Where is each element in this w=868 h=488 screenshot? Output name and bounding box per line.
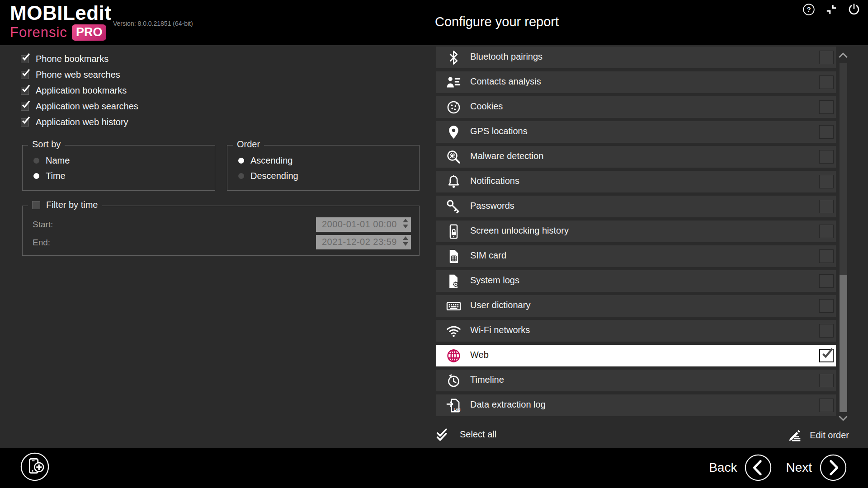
extraction-log-icon: Log [446,398,462,413]
report-row-checkbox-unchecked[interactable] [819,225,834,238]
end-spinner[interactable] [402,236,409,246]
next-button[interactable]: Next [786,454,847,482]
select-all-label: Select all [460,429,496,440]
report-row-label: Cookies [470,101,503,112]
report-row-checkbox-unchecked[interactable] [819,75,834,89]
next-arrow-icon [819,454,847,482]
report-row-checkbox-checked[interactable] [819,349,834,362]
back-button[interactable]: Back [709,454,772,482]
select-all-button[interactable]: Select all [435,427,496,442]
report-row-cookies[interactable]: Cookies [436,96,836,118]
checkbox-checked-icon[interactable] [21,55,29,63]
filter-by-time-group: Filter by time Start: 2000-01-01 00:00 E… [22,206,420,256]
report-row-bluetooth-pairings[interactable]: Bluetooth pairings [436,47,836,68]
malware-icon [446,149,462,165]
start-spinner[interactable] [402,219,409,228]
filter-by-time-label: Filter by time [46,200,98,210]
radio-label: Ascending [250,155,292,166]
globe-icon [446,348,462,364]
report-row-malware-detection[interactable]: Malware detection [436,146,836,168]
spin-up-icon[interactable] [403,236,408,240]
radio-label: Time [46,171,66,181]
report-row-checkbox-unchecked[interactable] [819,324,834,338]
next-label: Next [786,460,812,475]
help-icon[interactable]: ? [802,3,816,16]
start-datetime-input[interactable]: 2000-01-01 00:00 [316,217,411,232]
report-row-checkbox-unchecked[interactable] [819,374,834,387]
radio-label: Name [46,155,70,166]
report-row-screen-unlocking-history[interactable]: Screen unlocking history [436,221,836,242]
bottom-bar: Back Next [0,448,868,488]
scroll-up-icon[interactable] [838,52,848,59]
report-row-checkbox-unchecked[interactable] [819,274,834,288]
radio-name[interactable]: Name [33,154,215,167]
checkbox-checked-icon[interactable] [21,87,29,95]
bell-icon [446,174,462,190]
checkbox-item-phone-web-searches[interactable]: Phone web searches [21,67,138,83]
window-layout-icon[interactable] [825,3,838,16]
report-row-sim-card[interactable]: SIM card [436,245,836,267]
report-row-label: SIM card [470,250,506,261]
end-datetime-input[interactable]: 2021-12-02 23:59 [316,235,411,249]
radio-dot-unselected[interactable] [33,158,39,164]
edit-order-label: Edit order [810,430,849,441]
checkbox-checked-icon[interactable] [21,103,29,111]
checkbox-item-application-web-searches[interactable]: Application web searches [21,99,138,114]
spin-down-icon[interactable] [403,242,408,246]
system-logs-icon [446,273,462,289]
spin-up-icon[interactable] [403,219,408,222]
spin-down-icon[interactable] [403,225,408,228]
report-row-checkbox-unchecked[interactable] [819,299,834,313]
filter-by-time-checkbox[interactable] [32,201,40,209]
radio-dot-selected[interactable] [33,173,39,179]
report-row-notifications[interactable]: Notifications [436,171,836,192]
end-datetime-value: 2021-12-02 23:59 [322,237,397,247]
report-row-timeline[interactable]: Timeline [436,370,836,391]
report-row-checkbox-unchecked[interactable] [819,200,834,213]
radio-dot-unselected[interactable] [238,173,244,179]
checkbox-label: Phone web searches [36,70,120,80]
back-arrow-icon [744,454,772,482]
sort-by-group: Sort by NameTime [22,145,215,191]
report-row-web[interactable]: Web [436,345,836,366]
report-row-checkbox-unchecked[interactable] [819,150,834,164]
report-row-passwords[interactable]: Passwords [436,196,836,217]
report-row-data-extraction-log[interactable]: LogData extraction log [436,394,836,416]
svg-text:?: ? [807,5,811,13]
edit-order-button[interactable]: Edit order [788,427,849,443]
checkbox-item-application-web-history[interactable]: Application web history [21,114,138,130]
report-row-checkbox-unchecked[interactable] [819,125,834,139]
radio-ascending[interactable]: Ascending [238,154,419,167]
power-icon[interactable] [847,3,861,16]
report-row-checkbox-unchecked[interactable] [819,100,834,114]
checkbox-checked-icon[interactable] [21,118,29,127]
report-row-user-dictionary[interactable]: User dictionary [436,295,836,317]
report-row-system-logs[interactable]: System logs [436,270,836,292]
scroll-down-icon[interactable] [838,415,848,422]
report-row-checkbox-unchecked[interactable] [819,249,834,263]
checkbox-checked-icon[interactable] [21,71,29,79]
scrollbar-track[interactable] [840,63,847,412]
checkbox-item-application-bookmarks[interactable]: Application bookmarks [21,83,138,99]
window-controls: ? [802,3,861,16]
report-row-checkbox-unchecked[interactable] [819,175,834,188]
report-row-label: Screen unlocking history [470,225,569,236]
report-row-gps-locations[interactable]: GPS locations [436,121,836,143]
scrollbar-thumb[interactable] [840,275,847,412]
report-row-label: Timeline [470,375,504,385]
radio-descending[interactable]: Descending [238,169,419,183]
edit-pencil-icon [788,427,803,443]
radio-dot-selected[interactable] [238,158,244,164]
report-row-contacts-analysis[interactable]: Contacts analysis [436,71,836,93]
report-row-checkbox-unchecked[interactable] [819,399,834,412]
report-row-checkbox-unchecked[interactable] [819,51,834,64]
radio-time[interactable]: Time [33,169,215,183]
report-row-wi-fi-networks[interactable]: Wi-Fi networks [436,320,836,342]
svg-text:Log: Log [454,408,461,412]
checkbox-item-phone-bookmarks[interactable]: Phone bookmarks [21,51,138,67]
report-row-label: Data extraction log [470,399,546,410]
double-check-icon [435,427,451,442]
report-row-label: GPS locations [470,126,528,136]
report-row-label: Web [470,350,489,360]
add-phone-button[interactable] [20,452,50,482]
